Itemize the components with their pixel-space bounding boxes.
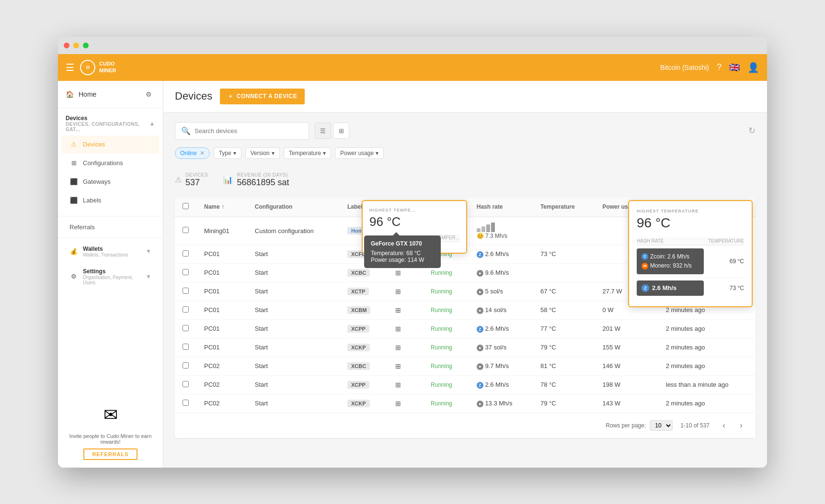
cell-hashrate: ● 13.3 Mh/s [469,394,533,413]
row-checkbox[interactable] [183,325,189,331]
cell-config: Start [247,263,340,282]
logo-icon: ⊙ [80,60,95,75]
cell-power: 198 W [595,375,658,394]
cell-type: ⊞ [388,375,423,394]
filter-power-usage[interactable]: Power usage ▾ [335,147,384,159]
cell-temp: 73 °C [533,245,595,263]
sidebar-item-labels-label: Labels [83,197,101,204]
settings-label: Settings [83,268,141,275]
settings-expand-icon: ▼ [146,273,151,280]
cell-name: PC01 [196,263,247,282]
cell-name: PC01 [196,282,247,301]
power-filter-label: Power usage [340,150,374,157]
devices-stat-label: DEVICES [185,172,208,178]
temperature-filter-label: Temperature [289,150,321,157]
right-card-col2: Temperature [704,237,744,245]
language-icon[interactable]: 🇬🇧 [729,62,740,73]
refresh-button[interactable]: ↻ [748,125,756,136]
stat-revenue: 📊 REVENUE (30 DAYS) 56861895 sat [223,172,289,188]
type-filter-arrow: ▾ [233,150,236,157]
sidebar: 🏠 Home ⚙ Devices Devices, Configurations… [58,81,163,468]
cell-label: XCBM [340,301,388,319]
hamburger-icon[interactable]: ☰ [66,62,74,73]
window-controls [64,43,89,48]
right-card-hash-zcoin: ZZcoin: 2.6 Mh/s [642,253,689,260]
table-row: PC02 Start XCKP ⊞ Running ● 13.3 Mh/s 79… [175,394,756,413]
table-footer: Rows per page: 10 25 50 1-10 of 537 ‹ [175,413,756,438]
row-checkbox[interactable] [183,306,189,313]
section-collapse-icon[interactable]: ▲ [149,120,155,127]
sidebar-item-devices[interactable]: ⚠ Devices [62,135,159,154]
sidebar-item-settings[interactable]: ⚙ Settings Organisation, Payment, Users … [62,263,159,290]
page-title: Devices [175,90,212,102]
home-icon: 🏠 [66,90,74,98]
right-card-row2-hash: Z 2.6 Mh/s [637,277,704,299]
filter-version[interactable]: Version ▾ [245,147,280,159]
cell-lastseen: less than a minute ago [658,375,756,394]
revenue-stat-icon: 📊 [223,175,233,184]
sidebar-home[interactable]: 🏠 Home ⚙ [58,81,163,108]
wallets-icon: 💰 [69,247,78,256]
cell-label: XCKP [340,394,388,413]
sidebar-item-gateways[interactable]: ⬛ Gateways [62,173,159,191]
right-card-row2-hash-value: 2.6 Mh/s [652,284,676,291]
search-input[interactable] [195,127,303,134]
sidebar-item-configurations[interactable]: ⊞ Configurations [62,154,159,172]
max-btn[interactable] [83,43,89,48]
grid-view-button[interactable]: ⊞ [333,123,349,139]
cell-type: ⊞ [388,301,423,319]
list-view-button[interactable]: ☰ [315,123,331,139]
table-row: PC02 Start XCPP ⊞ Running Z 2.6 Mh/s 78 … [175,375,756,394]
next-page-button[interactable]: › [734,419,748,432]
right-card-hash-display: ZZcoin: 2.6 Mh/s MMonero: 932 h/s [637,248,704,274]
cell-config: Start [247,319,340,338]
gpu-tooltip: GeForce GTX 1070 Temperature: 68 °C Powe… [364,235,441,268]
filter-online[interactable]: Online ✕ [175,147,210,159]
cell-hashrate: ● 9.7 Mh/s [469,357,533,375]
filter-type[interactable]: Type ▾ [214,147,241,159]
right-card-col1: Hash rate [637,237,704,245]
cell-name: PC02 [196,394,247,413]
row-checkbox[interactable] [183,362,189,369]
rows-select[interactable]: 10 25 50 [650,420,673,431]
settings-icon[interactable]: ⚙ [142,88,155,101]
row-checkbox[interactable] [183,381,189,387]
version-filter-arrow: ▾ [272,150,275,157]
left-card-title: HIGHEST TEMPE... [369,208,459,213]
row-checkbox[interactable] [183,250,189,257]
referrals-button[interactable]: REFERRALS [83,448,137,460]
select-all-checkbox[interactable] [183,203,189,209]
help-icon[interactable]: ? [717,62,722,72]
cell-config: Start [247,394,340,413]
cell-status: Running [423,301,469,319]
cell-hashrate: ● 37 sol/s [469,338,533,357]
sidebar-item-referrals[interactable]: Referrals [62,219,159,235]
logo-text: CUDOMINER [99,61,116,73]
tooltip-power: Power usage: 114 W [371,257,434,263]
sidebar-item-wallets[interactable]: 💰 Wallets Wallets, Transactions ▼ [62,241,159,262]
online-filter-close[interactable]: ✕ [200,150,205,157]
connect-btn-label: CONNECT A DEVICE [237,93,297,100]
row-checkbox[interactable] [183,269,189,275]
stats-row: ⚠ DEVICES 537 📊 REVENUE (30 DAYS) 568618… [175,167,756,193]
right-card-row1-temp: 69 °C [704,245,744,278]
cell-name: PC01 [196,245,247,263]
row-checkbox[interactable] [183,400,189,406]
min-btn[interactable] [73,43,79,48]
close-btn[interactable] [64,43,69,48]
top-nav: ☰ ⊙ CUDOMINER Bitcoin (Satoshi) ? 🇬🇧 👤 [58,54,767,81]
right-card-row2-hash-display: Z 2.6 Mh/s [637,280,704,296]
connect-device-button[interactable]: ＋ CONNECT A DEVICE [220,89,305,104]
app-window: ☰ ⊙ CUDOMINER Bitcoin (Satoshi) ? 🇬🇧 👤 🏠… [58,37,767,468]
row-checkbox[interactable] [183,288,189,294]
right-card-row2-temp: 73 °C [704,277,744,299]
user-icon[interactable]: 👤 [747,62,759,73]
prev-page-button[interactable]: ‹ [717,419,731,432]
row-checkbox[interactable] [183,227,189,233]
cell-lastseen: 2 minutes ago [658,357,756,375]
sidebar-item-labels[interactable]: ⬛ Labels [62,191,159,210]
right-card-title: HIGHEST TEMPERATURE [637,209,744,213]
row-checkbox[interactable] [183,344,189,350]
cell-type: ⊞ [388,357,423,375]
filter-temperature[interactable]: Temperature ▾ [284,147,331,159]
